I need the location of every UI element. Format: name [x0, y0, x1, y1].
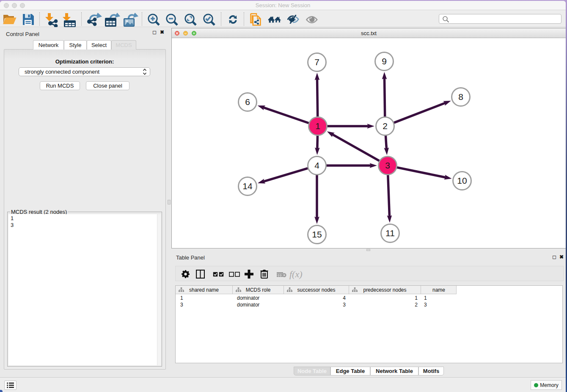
- svg-text:9: 9: [382, 56, 387, 66]
- svg-text:11: 11: [385, 228, 395, 238]
- svg-text:2: 2: [383, 121, 388, 131]
- svg-text:6: 6: [245, 97, 250, 107]
- svg-text:3: 3: [385, 160, 390, 170]
- svg-text:14: 14: [242, 181, 253, 191]
- svg-text:7: 7: [314, 57, 319, 67]
- svg-text:15: 15: [312, 229, 322, 239]
- svg-text:1: 1: [315, 121, 320, 131]
- svg-text:8: 8: [458, 92, 463, 102]
- svg-text:10: 10: [457, 176, 467, 185]
- svg-text:4: 4: [314, 160, 319, 170]
